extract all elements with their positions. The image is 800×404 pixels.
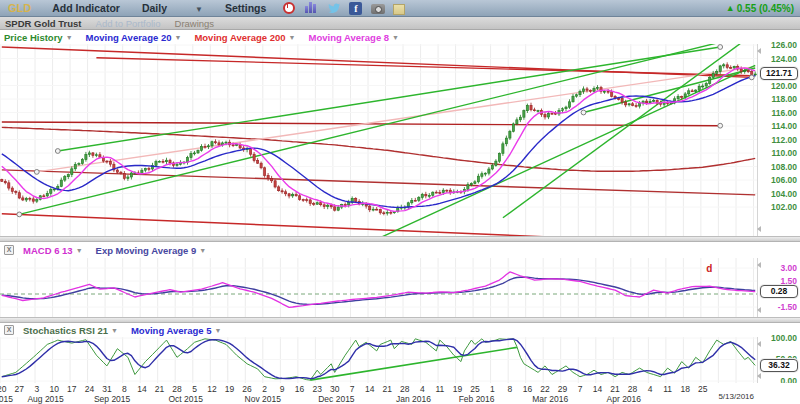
indicator-dropdown[interactable]: Moving Average 200▼ [194, 32, 295, 43]
axis-tick-label: 118.00 [771, 94, 797, 104]
indicator-dropdown[interactable]: Moving Average 5▼ [131, 325, 222, 336]
date-tick-label: 11 [663, 384, 672, 394]
date-tick-label: 14 [365, 384, 374, 394]
date-tick-label: 18 [680, 384, 689, 394]
indicator-label: Moving Average 200 [194, 32, 285, 43]
indicator-label: Moving Average 20 [86, 32, 172, 43]
interval-dropdown[interactable]: Daily▼ [142, 2, 203, 14]
axis-scroll-arrow[interactable] [757, 48, 761, 54]
stoch-axis[interactable]: 100.0050.000.0036.32 [757, 337, 800, 383]
last-value-badge: 36.32 [760, 359, 798, 372]
date-tick-label: 4 [420, 384, 425, 394]
symbol-full-name: SPDR Gold Trust [5, 18, 82, 29]
symbol-subbar: SPDR Gold Trust Add to Portfolio Drawing… [0, 17, 800, 30]
price-axis[interactable]: 126.00124.00120.00118.00116.00114.00112.… [757, 44, 800, 236]
alarm-icon[interactable] [283, 2, 297, 15]
axis-scroll-arrow[interactable] [757, 307, 761, 313]
indicator-label: MACD 6 13 [23, 245, 73, 256]
date-tick-label: 9 [280, 384, 285, 394]
drawings-menu[interactable]: Drawings [175, 18, 215, 29]
last-value-badge: 121.71 [760, 67, 798, 80]
twitter-icon[interactable] [327, 2, 341, 15]
month-label: Oct 2015 [168, 394, 203, 404]
date-tick-label: 21 [383, 384, 392, 394]
top-toolbar: GLD Add Indicator Daily▼ Settings f ▲0.5… [0, 0, 800, 17]
date-tick-label: 31 [102, 384, 111, 394]
month-label: Dec 2015 [318, 394, 354, 404]
indicator-dropdown[interactable]: Stochastics RSI 21▼ [23, 325, 118, 336]
date-tick-label: 28 [172, 384, 181, 394]
price-change-text: 0.55 (0.45%) [737, 3, 794, 14]
month-label: 2015 [0, 394, 13, 404]
chevron-down-icon: ▼ [111, 327, 118, 334]
axis-tick-label: -1.50 [778, 302, 797, 312]
axis-scroll-arrow[interactable] [757, 226, 761, 232]
date-tick-label: 2 [262, 384, 267, 394]
indicator-dropdown[interactable]: MACD 6 13▼ [23, 245, 83, 256]
date-tick-label: 29 [558, 384, 567, 394]
camera-icon[interactable] [371, 2, 385, 15]
indicator-dropdown[interactable]: Price History▼ [4, 32, 73, 43]
date-tick-label: 24 [85, 384, 94, 394]
date-axis: 2027310172431814212851219262916233071421… [0, 383, 800, 404]
month-label: Sep 2015 [94, 394, 130, 404]
date-tick-label: 21 [155, 384, 164, 394]
facebook-icon[interactable]: f [349, 2, 363, 15]
axis-scroll-arrow[interactable] [757, 341, 761, 347]
add-to-portfolio-link[interactable]: Add to Portfolio [96, 18, 161, 29]
trading-app: GLD Add Indicator Daily▼ Settings f ▲0.5… [0, 0, 800, 404]
month-label: Nov 2015 [245, 394, 281, 404]
date-tick-label: 7 [578, 384, 583, 394]
date-tick-label: 26 [242, 384, 251, 394]
indicator-dropdown[interactable]: Exp Moving Average 9▼ [96, 245, 207, 256]
date-tick-label: 16 [295, 384, 304, 394]
chevron-down-icon: ▼ [76, 247, 83, 254]
stoch-chart[interactable] [0, 337, 757, 383]
axis-scroll-arrow[interactable] [757, 373, 761, 379]
axis-tick-label: 112.00 [771, 135, 797, 145]
close-panel-button[interactable]: X [4, 325, 14, 335]
barchart-icon[interactable] [305, 2, 319, 15]
axis-tick-label: 3.00 [780, 263, 797, 273]
indicator-dropdown[interactable]: Moving Average 20▼ [86, 32, 182, 43]
macd-chart[interactable]: d [0, 258, 757, 317]
date-tick-label: 11 [435, 384, 444, 394]
date-tick-label: 21 [610, 384, 619, 394]
axis-tick-label: 110.00 [771, 148, 797, 158]
chevron-down-icon: ▼ [199, 247, 206, 254]
date-tick-label: 25 [470, 384, 479, 394]
close-panel-button[interactable]: X [4, 245, 14, 255]
toolbar-icons: f [283, 2, 407, 15]
macd-axis[interactable]: 3.001.50-1.500.28 [757, 258, 800, 317]
price-panel: 126.00124.00120.00118.00116.00114.00112.… [0, 44, 800, 236]
axis-tick-label: 124.00 [771, 54, 797, 64]
price-chart[interactable] [0, 44, 757, 236]
axis-tick-label: 120.00 [771, 81, 797, 91]
date-tick-label: 4 [648, 384, 653, 394]
axis-tick-label: 102.00 [771, 202, 797, 212]
settings-button[interactable]: Settings [225, 2, 266, 14]
axis-tick-label: 104.00 [771, 189, 797, 199]
date-tick-label: 27 [15, 384, 24, 394]
date-tick-label: 25 [698, 384, 707, 394]
notes-icon[interactable] [393, 2, 407, 15]
axis-scroll-arrow[interactable] [757, 262, 761, 268]
date-tick-label: 17 [67, 384, 76, 394]
add-indicator-button[interactable]: Add Indicator [52, 2, 120, 14]
axis-tick-label: 114.00 [771, 121, 797, 131]
up-arrow-icon: ▲ [726, 3, 735, 13]
date-tick-label: 22 [540, 384, 549, 394]
indicator-label: Moving Average 5 [131, 325, 212, 336]
macd-annotation: d [706, 263, 712, 274]
date-tick-label: 5 [192, 384, 197, 394]
month-label: Aug 2015 [27, 394, 63, 404]
indicator-dropdown[interactable]: Moving Average 8▼ [309, 32, 400, 43]
date-tick-label: 10 [50, 384, 59, 394]
date-tick-label: 30 [330, 384, 339, 394]
date-tick-label: 14 [137, 384, 146, 394]
date-tick-label: 19 [453, 384, 462, 394]
last-value-badge: 0.28 [760, 285, 798, 298]
date-tick-label: 16 [523, 384, 532, 394]
chevron-down-icon: ▼ [215, 327, 222, 334]
date-tick-label: 14 [593, 384, 602, 394]
